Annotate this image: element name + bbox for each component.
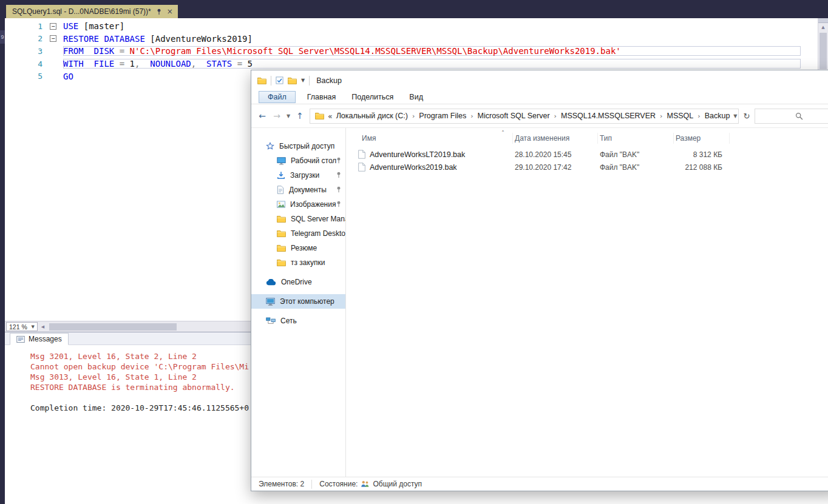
line-number: 4	[5, 59, 50, 69]
up-button[interactable]: ↑	[293, 111, 307, 121]
nav-pane: Быстрый доступРабочий столЗагрузкиДокуме…	[251, 128, 346, 477]
nav-label: Резюме	[291, 244, 317, 252]
hscrollbar-thumb[interactable]	[49, 323, 177, 331]
column-header-type[interactable]: Тип	[598, 133, 674, 144]
splitter-handle[interactable]	[818, 18, 828, 23]
cloud-icon	[266, 279, 276, 286]
scroll-left-icon[interactable]: ◀	[38, 324, 48, 329]
nav-item-quick-access[interactable]: Быстрый доступ	[251, 139, 345, 153]
close-icon[interactable]: ×	[167, 8, 173, 15]
nav-item-downloads[interactable]: Загрузки	[251, 168, 345, 183]
code-text: FROM DISK = N'C:\Program Files\Microsoft…	[63, 46, 801, 56]
tab-messages[interactable]: Messages	[10, 333, 69, 345]
breadcrumb-segment[interactable]: Microsoft SQL Server	[478, 112, 550, 120]
nav-item-documents[interactable]: Документы	[251, 183, 345, 197]
column-header-date[interactable]: Дата изменения	[513, 133, 598, 144]
ribbon-tab-share[interactable]: Поделиться	[344, 92, 401, 102]
file-row[interactable]: AdventureWorksLT2019.bak28.10.2020 15:45…	[346, 148, 828, 161]
chevron-down-icon: ▼	[32, 324, 35, 329]
qat-customize-icon[interactable]: ▼	[301, 78, 305, 83]
history-dropdown-icon[interactable]: ▼	[284, 113, 293, 119]
screen: SQLQuery1.sql - D...0NADBE\619mi (57))* …	[0, 0, 828, 504]
code-text: WITH FILE = 1, NOUNLOAD, STATS = 5	[63, 59, 801, 69]
explorer-main: Быстрый доступРабочий столЗагрузкиДокуме…	[251, 128, 828, 477]
breadcrumb-segment[interactable]: Локальный диск (C:)	[336, 112, 408, 120]
new-folder-icon[interactable]	[288, 77, 297, 84]
breadcrumb-segment[interactable]: Backup	[705, 112, 730, 120]
nav-item-onedrive[interactable]: OneDrive	[251, 275, 345, 289]
nav-item-network[interactable]: Сеть	[251, 314, 345, 328]
scroll-up-icon[interactable]: ▲	[818, 23, 828, 32]
fold-column: −	[50, 35, 63, 42]
back-button[interactable]: ←	[255, 111, 270, 121]
forward-button[interactable]: →	[270, 111, 284, 121]
nav-item-folder-sql-server[interactable]: SQL Server Manage	[251, 212, 345, 226]
divider	[311, 480, 312, 489]
nav-item-folder-purchases[interactable]: тз закупки	[251, 255, 345, 270]
nav-label: Telegram Desktop	[291, 229, 346, 238]
nav-label: OneDrive	[281, 278, 312, 286]
nav-label: Быстрый доступ	[279, 142, 334, 150]
code-line: 3FROM DISK = N'C:\Program Files\Microsof…	[5, 45, 818, 58]
file-name: AdventureWorks2019.bak	[346, 163, 513, 172]
folder-icon	[277, 259, 286, 266]
file-row[interactable]: AdventureWorks2019.bak29.10.2020 17:42Фа…	[346, 161, 828, 173]
refresh-button[interactable]: ↻	[739, 112, 755, 121]
state-value: Общий доступ	[373, 480, 422, 488]
properties-icon[interactable]	[276, 76, 283, 84]
file-rows: AdventureWorksLT2019.bak28.10.2020 15:45…	[346, 148, 828, 173]
column-headers: ИмяДата измененияТипРазмер	[346, 130, 828, 146]
breadcrumb-segment[interactable]: Program Files	[419, 112, 466, 120]
fold-collapse-icon[interactable]: −	[50, 35, 56, 42]
breadcrumb-segment[interactable]: MSSQL	[667, 112, 693, 120]
column-header-name[interactable]: Имя	[346, 133, 513, 144]
nav-item-folder-resume[interactable]: Резюме	[251, 241, 345, 255]
nav-label: Этот компьютер	[280, 297, 334, 306]
breadcrumb-segment[interactable]: MSSQL14.MSSQLSERVER	[561, 112, 656, 120]
nav-label: Рабочий стол	[291, 156, 336, 165]
nav-item-pictures[interactable]: Изображения	[251, 197, 345, 212]
file-size: 212 088 КБ	[674, 163, 730, 172]
file-date: 28.10.2020 15:45	[513, 150, 598, 159]
search-input[interactable]	[755, 109, 828, 124]
sort-ascending-icon: ˆ	[501, 130, 504, 137]
state-label: Состояние:	[319, 480, 358, 488]
ribbon-tab-file[interactable]: Файл	[259, 91, 296, 103]
file-type: Файл "BAK"	[598, 163, 674, 172]
ribbon-tab-view[interactable]: Вид	[401, 92, 431, 102]
breadcrumb-separator-icon: ›	[697, 112, 701, 120]
explorer-window: ▼ Backup ФайлГлавнаяПоделитьсяВид ← → ▼ …	[251, 70, 828, 491]
star-icon	[266, 142, 274, 150]
document-tab[interactable]: SQLQuery1.sql - D...0NADBE\619mi (57))* …	[6, 5, 178, 18]
scrollbar-thumb[interactable]	[820, 33, 827, 69]
code-line: 2−RESTORE DATABASE [AdventureWorks2019]	[5, 33, 818, 45]
window-title: Backup	[316, 76, 342, 85]
share-state: Состояние: Общий доступ	[319, 480, 422, 488]
column-header-size[interactable]: Размер	[674, 133, 730, 144]
nav-item-desktop[interactable]: Рабочий стол	[251, 153, 345, 168]
pin-icon[interactable]	[156, 8, 162, 15]
fold-collapse-icon[interactable]: −	[50, 23, 56, 30]
document-tab-title: SQLQuery1.sql - D...0NADBE\619mi (57))*	[12, 7, 151, 16]
pin-icon	[336, 201, 342, 209]
ribbon-tabs: ФайлГлавнаяПоделитьсяВид	[251, 90, 828, 104]
pin-icon	[336, 157, 342, 166]
document-icon	[277, 186, 284, 194]
address-dropdown-icon[interactable]: ▼	[733, 113, 737, 119]
ribbon-tab-home[interactable]: Главная	[299, 92, 344, 102]
autohide-tab[interactable]: 9	[0, 30, 5, 44]
nav-label: Документы	[289, 186, 327, 194]
line-number: 1	[5, 22, 50, 31]
nav-item-this-pc[interactable]: Этот компьютер	[251, 294, 345, 309]
breadcrumb-overflow[interactable]: «	[328, 112, 333, 121]
code-text: USE [master]	[63, 21, 801, 31]
zoom-dropdown[interactable]: 121 % ▼	[6, 322, 38, 331]
nav-item-folder-telegram[interactable]: Telegram Desktop	[251, 226, 345, 241]
nav-label: Сеть	[280, 317, 297, 325]
address-toolbar: ← → ▼ ↑ «Локальный диск (C:)›Program Fil…	[251, 104, 828, 128]
explorer-title-bar: ▼ Backup	[251, 70, 828, 90]
address-bar[interactable]: «Локальный диск (C:)›Program Files›Micro…	[310, 109, 739, 124]
code-line: 1−USE [master]	[5, 20, 818, 33]
file-icon	[358, 150, 365, 159]
breadcrumb-separator-icon: ›	[412, 112, 415, 120]
